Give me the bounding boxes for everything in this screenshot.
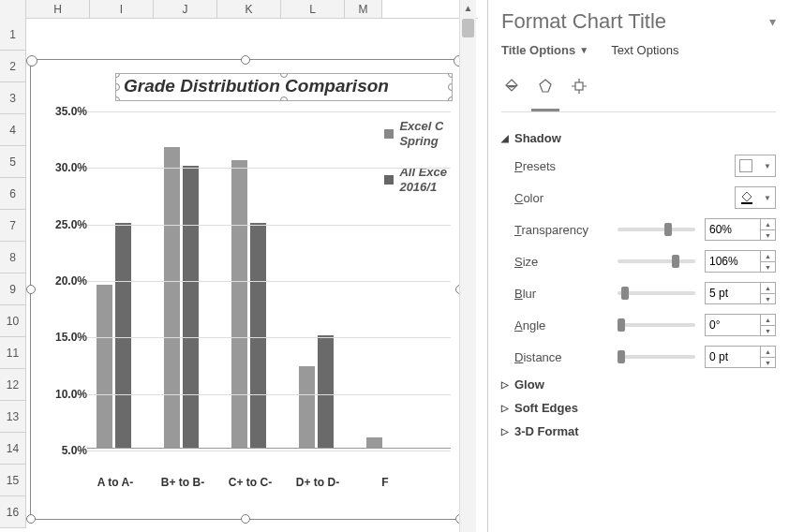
plot-area[interactable]: Excel CSpring All Exce2016/1 5.0%10.0%15… [40, 111, 451, 491]
spin-down[interactable]: ▼ [761, 230, 775, 241]
row-header[interactable]: 15 [0, 465, 26, 496]
row-header[interactable]: 9 [0, 273, 26, 305]
spin-up[interactable]: ▲ [761, 251, 775, 262]
transparency-spinner[interactable]: 60%▲▼ [705, 218, 776, 241]
format-pane: Format Chart Title ▾ Title Options▼ Text… [487, 0, 789, 532]
tab-title-options[interactable]: Title Options▼ [501, 43, 588, 57]
fill-line-icon[interactable] [501, 76, 522, 96]
blur-spinner[interactable]: 5 pt▲▼ [705, 282, 776, 304]
pane-menu-icon[interactable]: ▾ [769, 14, 776, 29]
glow-header[interactable]: ▷Glow [501, 377, 776, 392]
format-3d-header[interactable]: ▷3-D Format [501, 424, 776, 438]
svg-rect-1 [575, 82, 583, 90]
svg-marker-0 [540, 80, 551, 92]
row-header[interactable]: 13 [0, 401, 26, 433]
spin-up[interactable]: ▲ [761, 347, 775, 358]
chart-object[interactable]: Grade Distribution Comparison Excel CSpr… [30, 59, 461, 520]
y-axis[interactable]: 5.0%10.0%15.0%20.0%25.0%30.0%35.0% [40, 111, 87, 449]
chart-title[interactable]: Grade Distribution Comparison [115, 73, 453, 101]
vertical-scrollbar[interactable]: ▲ [459, 0, 476, 532]
blur-slider[interactable] [618, 291, 695, 295]
pane-title: Format Chart Title ▾ [501, 9, 776, 34]
spin-up[interactable]: ▲ [761, 315, 775, 326]
title-resize-handle[interactable] [115, 96, 120, 101]
resize-handle[interactable] [241, 55, 250, 65]
col-header[interactable]: H [26, 0, 90, 18]
y-tick-label: 15.0% [55, 331, 87, 344]
row-header[interactable]: 11 [0, 337, 26, 369]
spin-down[interactable]: ▼ [761, 358, 775, 368]
transparency-slider[interactable] [618, 228, 695, 231]
title-resize-handle[interactable] [448, 83, 453, 91]
title-resize-handle[interactable] [115, 83, 120, 91]
effects-icon[interactable] [535, 76, 556, 96]
resize-handle[interactable] [241, 514, 250, 524]
spin-up[interactable]: ▲ [761, 219, 775, 230]
gridline [87, 394, 451, 395]
size-properties-icon[interactable] [569, 76, 589, 96]
spreadsheet-area: H I J K L M 1 2 3 4 5 6 7 8 9 10 11 12 1… [0, 0, 478, 532]
bar-series2[interactable] [318, 335, 334, 449]
size-slider[interactable] [618, 259, 695, 263]
col-header[interactable]: J [154, 0, 217, 18]
row-header[interactable]: 4 [0, 114, 26, 146]
scroll-up-arrow[interactable]: ▲ [460, 0, 476, 17]
title-resize-handle[interactable] [448, 96, 453, 101]
bar-series1[interactable] [97, 285, 112, 449]
spin-down[interactable]: ▼ [761, 262, 775, 273]
title-resize-handle[interactable] [280, 96, 288, 101]
col-header[interactable]: L [281, 0, 345, 18]
y-tick-label: 25.0% [55, 218, 87, 231]
title-resize-handle[interactable] [448, 73, 453, 78]
angle-slider[interactable] [618, 323, 695, 327]
color-picker[interactable]: ▼ [735, 186, 776, 209]
x-category-label: C+ to C- [217, 476, 283, 491]
bar-series2[interactable] [115, 223, 131, 449]
row-header[interactable]: 6 [0, 178, 26, 210]
distance-label: Distance [514, 350, 608, 364]
row-header[interactable]: 8 [0, 242, 26, 273]
title-resize-handle[interactable] [115, 73, 120, 78]
row-header[interactable]: 5 [0, 146, 26, 178]
distance-spinner[interactable]: 0 pt▲▼ [705, 346, 776, 368]
spin-up[interactable]: ▲ [761, 283, 775, 294]
spin-down[interactable]: ▼ [761, 294, 775, 304]
row-header[interactable]: 14 [0, 433, 26, 465]
angle-spinner[interactable]: 0°▲▼ [705, 314, 776, 336]
row-header[interactable]: 3 [0, 82, 26, 114]
bar-series1[interactable] [299, 366, 315, 449]
row-header[interactable]: 2 [0, 51, 26, 82]
col-header[interactable]: I [90, 0, 154, 18]
size-spinner[interactable]: 106%▲▼ [705, 250, 776, 273]
row-header[interactable]: 7 [0, 210, 26, 242]
row-headers: 1 2 3 4 5 6 7 8 9 10 11 12 13 14 15 16 [0, 19, 26, 532]
row-header[interactable]: 10 [0, 305, 26, 337]
select-all-corner[interactable] [0, 0, 26, 19]
tab-text-options[interactable]: Text Options [611, 43, 678, 57]
bar-series2[interactable] [250, 223, 266, 449]
y-tick-label: 10.0% [55, 388, 87, 401]
col-header[interactable]: K [217, 0, 281, 18]
pane-tabs: Title Options▼ Text Options [501, 43, 776, 57]
scroll-thumb[interactable] [462, 19, 474, 37]
presets-picker[interactable]: ▼ [735, 155, 776, 177]
row-header[interactable]: 12 [0, 369, 26, 401]
format-3d-section: ▷3-D Format [501, 424, 776, 438]
gridline [87, 281, 451, 282]
resize-handle[interactable] [26, 514, 36, 524]
shadow-header[interactable]: ◢Shadow [501, 131, 776, 145]
spin-down[interactable]: ▼ [761, 326, 775, 336]
bar-series1[interactable] [164, 147, 180, 449]
col-header[interactable]: M [345, 0, 382, 18]
bar-series2[interactable] [183, 166, 199, 449]
soft-edges-header[interactable]: ▷Soft Edges [501, 401, 776, 415]
fill-color-icon [739, 190, 754, 205]
y-tick-label: 30.0% [55, 161, 87, 174]
distance-slider[interactable] [618, 355, 695, 359]
pane-icon-tabs [501, 70, 776, 112]
bar-series1[interactable] [231, 160, 247, 449]
svg-rect-2 [741, 202, 752, 204]
resize-handle[interactable] [26, 285, 36, 294]
row-header[interactable]: 1 [0, 19, 26, 51]
row-header[interactable]: 16 [0, 496, 26, 528]
